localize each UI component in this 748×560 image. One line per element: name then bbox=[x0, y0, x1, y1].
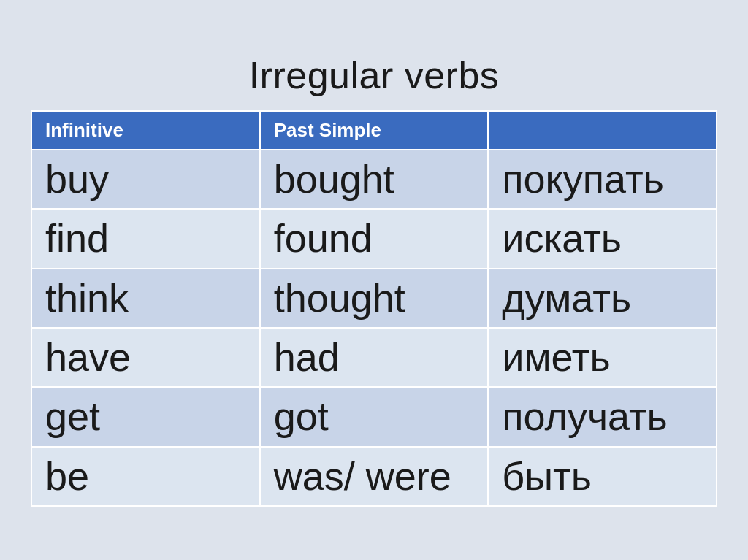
cell-translation: быть bbox=[488, 447, 717, 506]
cell-translation: иметь bbox=[488, 328, 717, 387]
header-past-simple: Past Simple bbox=[260, 111, 489, 150]
cell-infinitive: be bbox=[31, 447, 260, 506]
cell-past-simple: got bbox=[260, 387, 489, 446]
cell-translation: покупать bbox=[488, 150, 717, 209]
table-row: buyboughtпокупать bbox=[31, 150, 717, 209]
cell-translation: думать bbox=[488, 269, 717, 328]
cell-past-simple: bought bbox=[260, 150, 489, 209]
cell-infinitive: have bbox=[31, 328, 260, 387]
table-row: getgotполучать bbox=[31, 387, 717, 446]
cell-translation: получать bbox=[488, 387, 717, 446]
page-title: Irregular verbs bbox=[249, 53, 500, 97]
header-translation bbox=[488, 111, 717, 150]
cell-infinitive: think bbox=[31, 269, 260, 328]
table-row: bewas/ wereбыть bbox=[31, 447, 717, 506]
cell-infinitive: find bbox=[31, 209, 260, 268]
cell-past-simple: was/ were bbox=[260, 447, 489, 506]
cell-past-simple: had bbox=[260, 328, 489, 387]
cell-past-simple: found bbox=[260, 209, 489, 268]
cell-past-simple: thought bbox=[260, 269, 489, 328]
cell-infinitive: buy bbox=[31, 150, 260, 209]
cell-infinitive: get bbox=[31, 387, 260, 446]
cell-translation: искать bbox=[488, 209, 717, 268]
table-row: havehadиметь bbox=[31, 328, 717, 387]
table-row: thinkthoughtдумать bbox=[31, 269, 717, 328]
table-header-row: Infinitive Past Simple bbox=[31, 111, 717, 150]
irregular-verbs-table: Infinitive Past Simple buyboughtпокупать… bbox=[31, 110, 717, 507]
table-row: findfoundискать bbox=[31, 209, 717, 268]
table-wrapper: Infinitive Past Simple buyboughtпокупать… bbox=[31, 110, 717, 507]
header-infinitive: Infinitive bbox=[31, 111, 260, 150]
